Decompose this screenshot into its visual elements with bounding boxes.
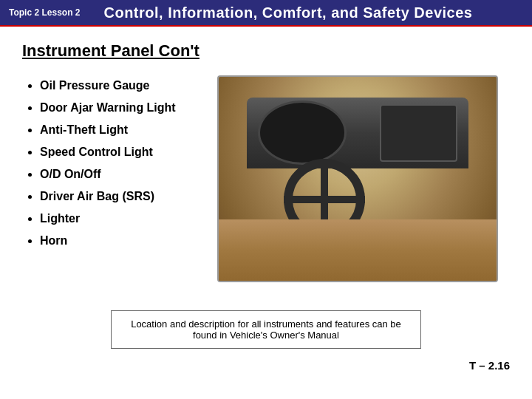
topic-label-text: Topic 2 Lesson 2	[9, 7, 80, 18]
list-item: Lighter	[40, 208, 200, 229]
seat-area	[219, 219, 497, 281]
topic-label: Topic 2 Lesson 2	[0, 0, 89, 25]
header-title: Control, Information, Comfort, and Safet…	[89, 0, 532, 25]
list-item: Speed Control Light	[40, 142, 200, 163]
list-item: Driver Air Bag (SRS)	[40, 186, 200, 207]
header-bar: Topic 2 Lesson 2 Control, Information, C…	[0, 0, 532, 27]
bullet-list: Oil Pressure GaugeDoor Ajar Warning Ligh…	[22, 75, 200, 253]
list-item: Door Ajar Warning Light	[40, 98, 200, 118]
section-title: Instrument Panel Con't	[22, 41, 510, 61]
header-title-text: Control, Information, Comfort, and Safet…	[103, 4, 472, 21]
infotainment	[380, 104, 457, 161]
bottom-row: T – 2.16	[0, 356, 532, 372]
content-row: Oil Pressure GaugeDoor Ajar Warning Ligh…	[22, 75, 510, 282]
list-item: Oil Pressure Gauge	[40, 75, 200, 96]
main-content: Instrument Panel Con't Oil Pressure Gaug…	[0, 27, 532, 297]
page-number: T – 2.16	[469, 359, 510, 372]
gauge-cluster	[258, 100, 347, 165]
note-box: Location and description for all instrum…	[111, 310, 421, 349]
note-container: Location and description for all instrum…	[0, 303, 532, 356]
list-item: Anti-Theft Light	[40, 120, 200, 140]
car-interior	[219, 77, 497, 281]
car-image	[217, 75, 498, 282]
note-text: Location and description for all instrum…	[131, 318, 401, 341]
list-item: Horn	[40, 231, 200, 251]
list-item: O/D On/Off	[40, 164, 200, 185]
dashboard-area	[247, 98, 469, 169]
